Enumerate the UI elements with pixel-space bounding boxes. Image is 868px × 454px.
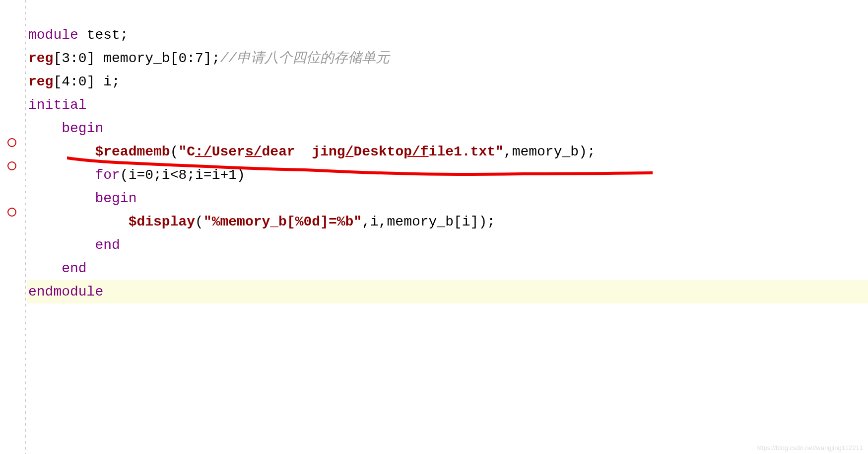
code-editor[interactable]: module test; reg[3:0] memory_b[0:7];//申请…: [27, 0, 868, 303]
code-line-8: begin: [27, 187, 868, 210]
paren-open: (: [170, 144, 179, 159]
for-condition: (i=0;i<8;i=i+1): [120, 167, 245, 183]
code-line-3: reg[4:0] i;: [27, 70, 868, 93]
breakpoint-marker-2[interactable]: [7, 161, 16, 170]
code-line-9: $display("%memory_b[%0d]=%b",i,memory_b[…: [27, 210, 868, 233]
module-name: test;: [78, 27, 129, 43]
code-gutter: [0, 0, 25, 454]
string-quote-open: ": [178, 144, 187, 159]
syscall-display: $display: [129, 214, 195, 229]
keyword-begin: begin: [62, 121, 103, 136]
code-line-6: $readmemb("C:/Users/dear jing/Desktop/fi…: [27, 140, 868, 163]
code-line-12: endmodule: [27, 280, 868, 303]
keyword-end: end: [62, 261, 86, 276]
code-line-11: end: [27, 257, 868, 280]
vertical-divider: [25, 0, 26, 454]
breakpoint-marker-3[interactable]: [7, 208, 16, 217]
call-rest: ,memory_b);: [504, 144, 596, 159]
reg-declaration: [3:0] memory_b[0:7];: [53, 51, 220, 66]
path-segment: Deskto: [353, 144, 403, 159]
code-line-1: module test;: [27, 23, 868, 47]
path-segment: s/: [245, 144, 262, 159]
keyword-reg: reg: [28, 74, 53, 89]
code-line-2: reg[3:0] memory_b[0:7];//申请八个四位的存储单元: [27, 47, 868, 70]
path-segment: :/: [195, 144, 212, 159]
call-rest: ,i,memory_b[i]);: [362, 214, 495, 229]
keyword-end: end: [95, 237, 120, 253]
code-line-7: for(i=0;i<8;i=i+1): [27, 163, 868, 187]
code-line-10: end: [27, 233, 868, 257]
keyword-begin: begin: [95, 191, 136, 206]
path-segment: g/: [337, 144, 354, 159]
paren-open: (: [195, 214, 203, 229]
keyword-module: module: [28, 27, 78, 43]
path-segment: C: [187, 144, 195, 159]
path-segment: User: [212, 144, 245, 159]
reg-declaration: [4:0] i;: [53, 74, 120, 89]
comment-text: //申请八个四位的存储单元: [220, 51, 390, 66]
format-string: "%memory_b[%0d]=%b": [203, 214, 362, 229]
keyword-endmodule: endmodule: [28, 284, 103, 300]
path-segment: ile1.txt: [429, 144, 495, 159]
path-segment: p/f: [403, 144, 428, 159]
code-line-blank: [27, 0, 868, 23]
code-line-5: begin: [27, 117, 868, 140]
code-line-4: initial: [27, 93, 868, 117]
string-quote-close: ": [495, 144, 504, 159]
path-segment: dear jin: [262, 144, 337, 159]
keyword-reg: reg: [28, 51, 53, 66]
breakpoint-marker-1[interactable]: [7, 138, 16, 147]
keyword-initial: initial: [28, 97, 87, 113]
syscall-readmemb: $readmemb: [95, 144, 170, 159]
keyword-for: for: [95, 167, 120, 183]
watermark-text: https://blog.csdn.net/wangjing112211: [756, 444, 863, 452]
